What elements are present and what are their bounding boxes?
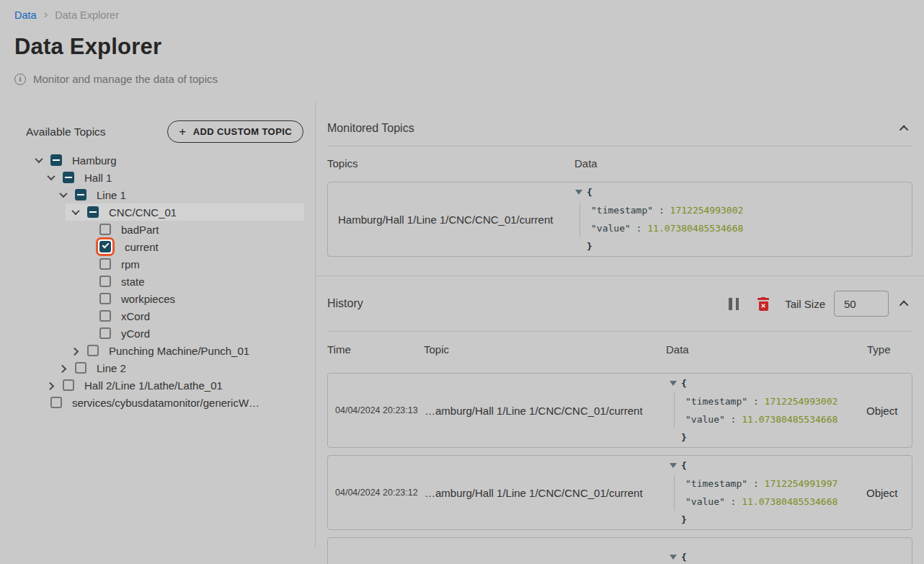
history-topic: …amburg/Hall 1/Line 1/CNC/CNC_01/current (425, 405, 667, 417)
history-header: History ✕ Tail Size (327, 276, 912, 331)
json-value-line: "value" : 11.07380485534668 (591, 219, 912, 237)
checkbox-unchecked[interactable] (99, 310, 111, 322)
column-header-type: Type (861, 343, 912, 356)
tree-item-hamburg[interactable]: Hamburg (29, 151, 304, 169)
checkbox-unchecked[interactable] (99, 276, 111, 287)
checkbox-unchecked[interactable] (99, 258, 111, 270)
checkbox-indeterminate[interactable] (75, 189, 86, 201)
checkbox-unchecked[interactable] (50, 397, 62, 408)
tree-item-current[interactable]: current (78, 238, 304, 255)
chevron-right-icon[interactable] (68, 343, 83, 358)
checkbox-indeterminate[interactable] (50, 154, 62, 166)
tree-item-rpm[interactable]: rpm (78, 255, 304, 273)
monitored-rows: Hamburg/Hall 1/Line 1/CNC/CNC_01/current… (327, 182, 912, 257)
tree-item-badpart[interactable]: badPart (78, 221, 304, 238)
tail-size-label: Tail Size (785, 298, 825, 310)
history-topic: …amburg/Hall 1/Line 1/CNC/CNC_01/current (425, 487, 667, 499)
json-timestamp-line: "timestamp" : 1712254993002 (685, 392, 861, 410)
chevron-down-icon[interactable] (56, 188, 71, 202)
checkbox-unchecked[interactable] (99, 224, 111, 235)
page-subtitle: Monitor and manage the data of topics (33, 73, 218, 85)
tree-item-label: current (125, 241, 159, 253)
json-value-line: "value" : 11.07380485534668 (685, 410, 861, 428)
history-type: Object (861, 405, 912, 417)
tree-item-label: Line 1 (97, 189, 126, 201)
tree-item-services-cybusdatamonitor-genericw-[interactable]: services/cybusdatamonitor/genericW… (29, 394, 304, 411)
tree-item-hall-2-line-1-lathe-lathe-01[interactable]: Hall 2/Line 1/Lathe/Lathe_01 (41, 376, 304, 394)
tree-item-punching-machine-punch-01[interactable]: Punching Machine/Punch_01 (66, 342, 304, 359)
json-viewer: {"timestamp" : 1712254990993} (670, 548, 861, 564)
right-panel: Monitored Topics Topics Data Hamburg/Hal… (316, 102, 924, 547)
tree-item-label: Hall 2/Line 1/Lathe/Lathe_01 (84, 379, 223, 392)
history-column-headers: Time Topic Data Type (327, 332, 912, 367)
chevron-down-icon[interactable] (32, 153, 46, 167)
history-row: 04/04/2024 20:23:13…amburg/Hall 1/Line 1… (327, 373, 912, 448)
tree-item-label: Punching Machine/Punch_01 (109, 345, 249, 357)
chevron-spacer (81, 291, 95, 306)
history-time: 04/04/2024 20:23:12 (328, 488, 425, 498)
column-header-topic: Topic (424, 343, 666, 356)
checkbox-unchecked[interactable] (99, 293, 111, 304)
tree-item-cnc-cnc-01[interactable]: CNC/CNC_01 (66, 203, 304, 221)
collapse-chevron-up-icon[interactable] (899, 300, 909, 309)
json-viewer: {"timestamp" : 1712254993002"value" : 11… (670, 374, 861, 446)
clear-history-icon[interactable]: ✕ (758, 297, 769, 311)
monitored-topics-header: Monitored Topics (327, 120, 912, 137)
topic-tree: HamburgHall 1Line 1CNC/CNC_01badPartcurr… (0, 151, 315, 411)
json-timestamp-line: "timestamp" : 1712254993002 (591, 201, 912, 219)
breadcrumb: Data › Data Explorer (14, 8, 910, 22)
tree-item-workpieces[interactable]: workpieces (78, 290, 304, 307)
collapse-triangle-icon[interactable] (670, 463, 677, 468)
tree-item-hall-1[interactable]: Hall 1 (41, 169, 304, 186)
chevron-right-icon[interactable] (56, 361, 71, 375)
collapse-chevron-up-icon[interactable] (899, 125, 909, 134)
breadcrumb-link-data[interactable]: Data (14, 9, 37, 21)
checkbox-unchecked[interactable] (75, 362, 86, 374)
checkbox-checked[interactable] (99, 241, 111, 252)
tree-item-label: xCord (121, 310, 150, 322)
tree-item-xcord[interactable]: xCord (78, 307, 304, 325)
checkbox-unchecked[interactable] (99, 327, 111, 339)
collapse-triangle-icon[interactable] (670, 381, 677, 386)
collapse-triangle-icon[interactable] (670, 555, 677, 560)
checkbox-indeterminate[interactable] (63, 172, 74, 183)
chevron-down-icon[interactable] (44, 170, 58, 185)
tree-item-label: CNC/CNC_01 (109, 206, 177, 219)
available-topics-title: Available Topics (26, 125, 106, 138)
tree-item-label: workpieces (121, 293, 175, 305)
tree-item-label: rpm (121, 258, 140, 270)
chevron-spacer (81, 326, 95, 340)
tree-item-ycord[interactable]: yCord (78, 325, 304, 342)
chevron-spacer (81, 309, 95, 323)
tree-item-state[interactable]: state (78, 273, 304, 290)
checkbox-unchecked[interactable] (63, 379, 74, 391)
checkbox-unchecked[interactable] (87, 345, 99, 356)
json-value-line: "value" : 11.07380485534668 (685, 493, 861, 511)
history-row: 04/04/2024 20:23:12…amburg/Hall 1/Line 1… (327, 455, 912, 530)
add-custom-topic-button[interactable]: + ADD CUSTOM TOPIC (167, 120, 303, 143)
plus-icon: + (179, 127, 186, 137)
tree-item-label: Hamburg (72, 154, 117, 167)
available-topics-header: Available Topics + ADD CUSTOM TOPIC (0, 120, 315, 143)
history-time: 04/04/2024 20:23:13 (328, 405, 425, 415)
main-split: Available Topics + ADD CUSTOM TOPIC Hamb… (0, 102, 924, 547)
history-data: {"timestamp" : 1712254990993} (667, 548, 861, 564)
chevron-spacer (32, 395, 46, 410)
history-type: Object (861, 487, 912, 499)
tail-size-input[interactable] (834, 291, 889, 317)
tree-item-line-1[interactable]: Line 1 (53, 186, 304, 203)
json-viewer: {"timestamp" : 1712254993002"value" : 11… (575, 183, 912, 255)
monitored-topic-path: Hamburg/Hall 1/Line 1/CNC/CNC_01/current (328, 213, 572, 226)
pause-icon[interactable] (729, 298, 739, 310)
checkbox-indeterminate[interactable] (87, 206, 99, 218)
chevron-right-icon[interactable] (44, 378, 58, 392)
history-data: {"timestamp" : 1712254993002"value" : 11… (667, 374, 861, 446)
breadcrumb-current: Data Explorer (55, 9, 119, 21)
collapse-triangle-icon[interactable] (575, 190, 582, 195)
tree-item-label: badPart (121, 224, 159, 236)
chevron-down-icon[interactable] (68, 205, 83, 219)
column-header-time: Time (327, 343, 424, 356)
tree-item-line-2[interactable]: Line 2 (53, 359, 304, 376)
tree-item-label: services/cybusdatamonitor/genericW… (72, 397, 259, 409)
column-header-data: Data (572, 157, 912, 169)
